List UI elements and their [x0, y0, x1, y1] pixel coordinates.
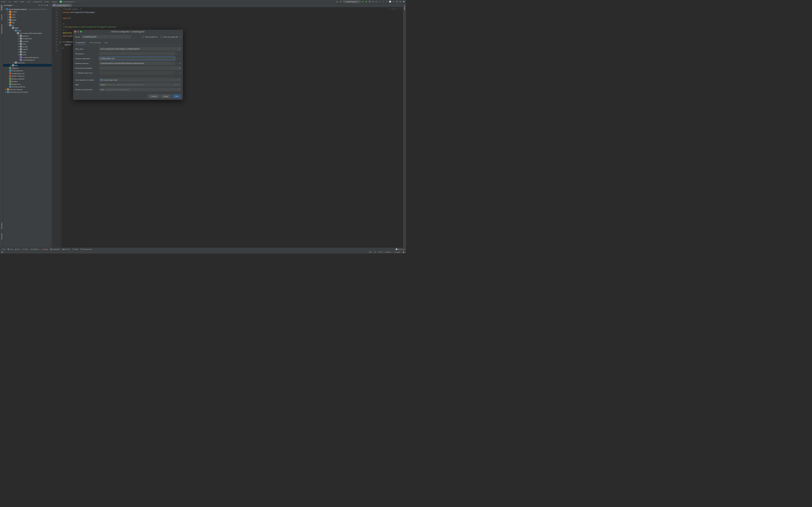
tree-file[interactable]: LocalLonelyDragon.kt — [22, 56, 39, 58]
tree-subpkg[interactable]: configuration — [22, 38, 32, 40]
tab-commit[interactable]: Commit — [0, 14, 3, 21]
tree-file[interactable]: gradle.properties — [12, 78, 24, 80]
insert-macro-icon[interactable]: + — [175, 53, 178, 55]
bottom-run[interactable]: ▶ Run — [15, 248, 20, 250]
tree-file[interactable]: build.gradle.kts — [12, 69, 23, 71]
tree-file[interactable]: detekt-config.yml — [12, 75, 24, 77]
browse-folder-icon[interactable]: ▤ — [174, 83, 177, 86]
tab-structure[interactable]: Structure — [0, 222, 3, 230]
tree-subpkg[interactable]: statistic — [22, 48, 28, 50]
statusbar-icon[interactable]: ▣ — [1, 251, 3, 253]
tree-scratches[interactable]: Scratches and Consoles — [10, 91, 28, 93]
tree-subpkg[interactable]: behavior — [22, 35, 29, 37]
breadcrumb-item[interactable]: kotlin — [20, 1, 24, 3]
tree-subpkg[interactable]: constant — [22, 40, 29, 42]
edit-env-icon[interactable]: ▥ — [179, 67, 181, 69]
bottom-git[interactable]: ⎇ Git — [1, 248, 5, 250]
tree-file[interactable]: .gitignore — [12, 67, 19, 69]
breadcrumb-item[interactable]: lonely — [45, 1, 49, 3]
indent-setting[interactable]: 4 spaces — [385, 251, 391, 253]
breadcrumb-item[interactable]: main — [14, 1, 17, 3]
tree-package[interactable]: com.congcoi123.lonely.dragon — [19, 32, 42, 34]
lock-icon[interactable]: 🔒 — [403, 251, 405, 253]
allow-parallel-checkbox[interactable]: Allow parallel run — [142, 36, 158, 38]
minimize-icon[interactable]: — — [49, 4, 51, 6]
expand-icon[interactable]: ⇱ — [42, 4, 43, 6]
bottom-todo[interactable]: ☑ TODO — [22, 248, 28, 250]
tree-file[interactable]: LonelyDragon.kt — [22, 59, 35, 61]
tree-ext-libs[interactable]: External Libraries — [10, 89, 23, 91]
tree-dir[interactable]: .gradle — [12, 11, 17, 13]
jre-dropdown[interactable]: Default (corretto-11 - SDK of 'lonely-dr… — [99, 83, 181, 87]
store-as-project-checkbox[interactable]: Store as project file⚙ — [161, 36, 181, 38]
tab-configuration[interactable]: Configuration — [75, 41, 86, 45]
git-branch[interactable]: ⎇ master — [393, 251, 400, 253]
classpath-dropdown[interactable]: lonely-dragon.main ▼ — [99, 78, 181, 82]
program-args-input[interactable] — [99, 57, 175, 60]
config-name-input[interactable] — [82, 35, 132, 39]
git-commit-icon[interactable]: ✓ — [382, 1, 385, 3]
tab-pull-requests[interactable]: Pull Requests — [0, 24, 3, 35]
tree-subpkg[interactable]: world — [22, 54, 26, 55]
stop-icon[interactable] — [372, 1, 374, 3]
bottom-checkstyle[interactable]: ▦ CheckStyle — [50, 248, 60, 250]
maximize-window-icon[interactable] — [80, 31, 82, 33]
run-config-selector[interactable]: LonelyDragonKt ▼ — [343, 0, 360, 3]
breadcrumb-item[interactable]: congcoi123 — [33, 1, 42, 3]
insert-macro-icon[interactable]: + — [175, 57, 178, 60]
run-icon[interactable] — [362, 1, 364, 3]
line-ending[interactable]: LF — [374, 251, 376, 253]
main-class-input[interactable] — [99, 47, 177, 51]
tree-subpkg[interactable]: entity — [22, 43, 26, 45]
expand-icon[interactable]: ⤢ — [179, 53, 181, 55]
dropdown-caret-icon[interactable]: ▼ — [13, 4, 14, 6]
tree-subpkg[interactable]: handler — [22, 46, 28, 48]
breadcrumb[interactable]: server〉 src〉 main〉 kotlin〉 com〉 congcoi1… — [1, 1, 75, 3]
vm-options-input[interactable] — [99, 52, 175, 55]
hammer-build-icon[interactable] — [340, 1, 342, 3]
browse-folder-icon[interactable]: ▤ — [179, 62, 181, 64]
env-vars-input[interactable] — [99, 66, 181, 70]
gear-icon[interactable]: ⚙ — [47, 4, 48, 6]
collapse-icon[interactable]: ⇲ — [44, 4, 45, 6]
apply-button[interactable]: Apply — [161, 95, 171, 98]
ok-button[interactable]: OK — [172, 95, 181, 98]
tree-file[interactable]: gradlew — [12, 80, 18, 82]
tree-dir[interactable]: logs — [12, 21, 15, 23]
tab-project[interactable]: Project — [0, 4, 3, 11]
tab-gradle[interactable]: Gradle — [403, 4, 406, 11]
breadcrumb-file[interactable]: LonelyDragon.kt — [62, 1, 75, 3]
bottom-terminal[interactable]: ▣ Terminal — [62, 248, 70, 250]
clock-icon[interactable]: 🕐 — [389, 1, 391, 3]
tree-file[interactable]: configuration.xml — [12, 72, 24, 74]
cancel-button[interactable]: Cancel — [148, 95, 160, 98]
bottom-find[interactable]: 🔍 Find — [8, 248, 13, 250]
bottom-dependencies[interactable]: ☰ Dependencies — [80, 248, 92, 250]
tree-dir-resources[interactable]: resources — [17, 62, 25, 64]
project-tree[interactable]: ▼server [lonely-dragon]~/Documents/GitHu… — [3, 7, 52, 248]
project-root[interactable]: server — [9, 8, 14, 10]
breadcrumb-item[interactable]: dragon — [52, 1, 57, 3]
nav-up-icon[interactable]: ⌃ — [397, 8, 399, 10]
bottom-build[interactable]: 🔨 Build — [72, 248, 78, 250]
tree-dir-test[interactable]: test — [15, 64, 18, 66]
cursor-position[interactable]: 38:1 — [369, 251, 372, 253]
editor-tab[interactable]: LonelyDragon.kt × — [52, 4, 72, 7]
tree-dir[interactable]: .idea — [12, 13, 15, 15]
browse-class-button[interactable]: … — [177, 47, 181, 51]
target-icon[interactable]: ⊙ — [39, 4, 40, 6]
expand-icon[interactable]: ⤢ — [179, 57, 181, 60]
tree-dir[interactable]: build — [12, 16, 15, 18]
shorten-cmd-dropdown[interactable]: none - java [options] className [args] ▼ — [99, 88, 181, 91]
tree-file[interactable]: settings.gradle.kts — [12, 86, 26, 88]
tree-dir-main[interactable]: main — [15, 27, 18, 29]
search-icon[interactable] — [396, 1, 398, 3]
tree-subpkg[interactable]: utility — [22, 51, 26, 53]
coverage-icon[interactable] — [368, 1, 371, 3]
undo-icon[interactable]: ↶ — [393, 1, 395, 3]
debug-icon[interactable] — [365, 1, 367, 3]
file-encoding[interactable]: UTF-8 — [378, 251, 383, 253]
git-push-icon[interactable]: ↗ — [386, 1, 388, 3]
shield-icon[interactable] — [403, 1, 405, 3]
gear-icon[interactable]: ⚙ — [179, 36, 181, 38]
